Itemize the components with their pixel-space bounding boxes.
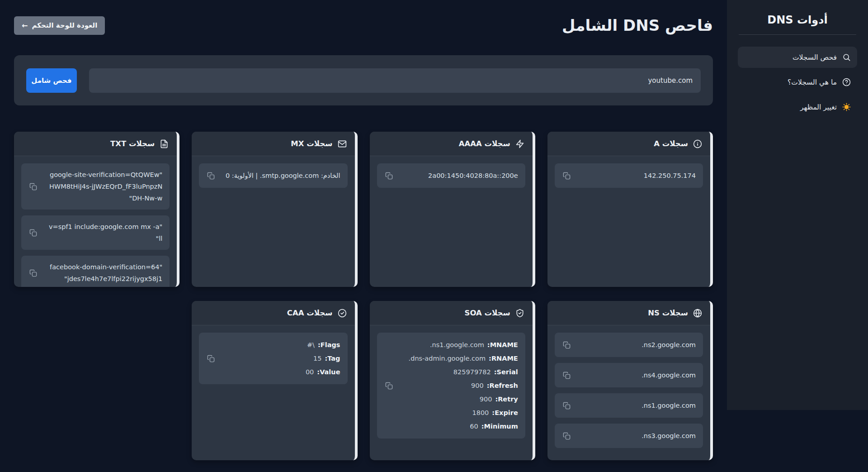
card-soa-records: سجلات SOA MNAME:ns1.google.com. RNAME:dn… bbox=[370, 301, 535, 460]
full-scan-button[interactable]: فحص شامل bbox=[26, 68, 77, 93]
card-body: 2a00:1450:4028:80a::200e bbox=[370, 156, 533, 195]
card-body: MNAME:ns1.google.com. RNAME:dns-admin.go… bbox=[370, 325, 533, 446]
sidebar-title: أدوات DNS bbox=[738, 10, 857, 34]
card-header: سجلات AAAA bbox=[370, 132, 533, 156]
sidebar: أدوات DNS فحص السجلات ما هي السجلات؟ تغي… bbox=[727, 0, 868, 410]
arrow-left-icon: ← bbox=[22, 21, 28, 30]
copy-button[interactable] bbox=[562, 371, 571, 380]
field-value: 60 bbox=[470, 423, 478, 430]
sidebar-item-what-are-records[interactable]: ما هي السجلات؟ bbox=[738, 72, 857, 93]
back-button-label: العودة للوحة التحكم bbox=[32, 21, 97, 29]
back-to-dashboard-button[interactable]: العودة للوحة التحكم ← bbox=[14, 16, 105, 35]
record-row: ns4.google.com. bbox=[555, 363, 703, 387]
sidebar-item-label: فحص السجلات bbox=[793, 53, 837, 62]
copy-button[interactable] bbox=[206, 354, 216, 363]
sidebar-divider bbox=[739, 34, 856, 35]
app-root: أدوات DNS فحص السجلات ما هي السجلات؟ تغي… bbox=[0, 0, 868, 472]
card-title: سجلات CAA bbox=[287, 309, 333, 317]
caa-field-value: Value:00 bbox=[221, 365, 340, 379]
record-row: ns3.google.com. bbox=[555, 424, 703, 448]
card-body: "google-site-verification=QtQWEwHWM8tHiJ… bbox=[14, 156, 177, 287]
card-body: 142.250.75.174 bbox=[547, 156, 710, 195]
record-value: ns2.google.com. bbox=[642, 339, 696, 351]
record-value: "v=spf1 include:google.com mx -all" bbox=[48, 221, 162, 244]
card-mx-records: سجلات MX الخادم: smtp.google.com. | الأو… bbox=[192, 132, 357, 287]
globe-icon bbox=[693, 309, 702, 318]
caa-field-tag: Tag:15 bbox=[221, 352, 340, 365]
lightning-icon bbox=[515, 139, 524, 148]
record-value: ns1.google.com. bbox=[642, 400, 696, 411]
sidebar-item-label: تغيير المظهر bbox=[800, 103, 837, 111]
search-icon bbox=[842, 53, 851, 62]
copy-button[interactable] bbox=[562, 401, 571, 410]
field-label: MNAME: bbox=[487, 341, 518, 348]
card-header: سجلات CAA bbox=[192, 301, 354, 325]
card-txt-records: سجلات TXT "google-site-verification=QtQW… bbox=[14, 132, 179, 287]
card-title: سجلات TXT bbox=[110, 139, 155, 148]
soa-field-list: MNAME:ns1.google.com. RNAME:dns-admin.go… bbox=[399, 338, 518, 433]
main-content: فاحص DNS الشامل العودة للوحة التحكم ← فح… bbox=[0, 0, 727, 472]
record-row: "v=spf1 include:google.com mx -all" bbox=[21, 215, 170, 250]
copy-button[interactable] bbox=[28, 228, 38, 238]
domain-input[interactable] bbox=[89, 68, 701, 93]
record-value: الخادم: smtp.google.com. | الأولوية: 0 bbox=[226, 170, 340, 181]
card-body: الخادم: smtp.google.com. | الأولوية: 0 bbox=[192, 156, 354, 195]
check-circle-icon bbox=[338, 309, 347, 318]
field-label: Expire: bbox=[492, 409, 518, 416]
copy-button[interactable] bbox=[562, 431, 571, 441]
soa-record-block: MNAME:ns1.google.com. RNAME:dns-admin.go… bbox=[377, 333, 525, 439]
field-label: Serial: bbox=[494, 368, 518, 376]
record-row: الخادم: smtp.google.com. | الأولوية: 0 bbox=[199, 163, 347, 188]
topbar: فاحص DNS الشامل العودة للوحة التحكم ← bbox=[14, 13, 713, 38]
soa-field-rname: RNAME:dns-admin.google.com. bbox=[399, 352, 518, 365]
card-title: سجلات SOA bbox=[465, 309, 510, 317]
card-header: سجلات NS bbox=[547, 301, 710, 325]
shield-check-icon bbox=[515, 309, 524, 318]
card-header: سجلات MX bbox=[192, 132, 354, 156]
field-value: 900 bbox=[471, 382, 484, 389]
field-label: Tag: bbox=[325, 355, 340, 362]
info-icon bbox=[693, 139, 702, 148]
record-row: 2a00:1450:4028:80a::200e bbox=[377, 163, 525, 188]
sidebar-item-label: ما هي السجلات؟ bbox=[788, 78, 837, 86]
field-value: 00 bbox=[306, 368, 314, 376]
copy-button[interactable] bbox=[206, 171, 216, 181]
field-value: 900 bbox=[480, 396, 492, 403]
record-row: ns2.google.com. bbox=[555, 333, 703, 357]
copy-button[interactable] bbox=[384, 171, 394, 181]
copy-button[interactable] bbox=[562, 340, 571, 350]
card-header: سجلات A bbox=[547, 132, 710, 156]
sidebar-item-change-theme[interactable]: تغيير المظهر bbox=[738, 96, 857, 118]
record-value: 142.250.75.174 bbox=[644, 170, 696, 181]
help-circle-icon bbox=[842, 78, 851, 86]
field-label: Retry: bbox=[495, 396, 518, 403]
mail-icon bbox=[338, 139, 347, 148]
card-title: سجلات NS bbox=[648, 309, 688, 317]
record-row: 142.250.75.174 bbox=[555, 163, 703, 188]
copy-button[interactable] bbox=[562, 171, 571, 181]
copy-button[interactable] bbox=[28, 268, 38, 278]
search-panel: فحص شامل bbox=[14, 55, 713, 105]
record-value: ns4.google.com. bbox=[642, 369, 696, 381]
soa-field-mname: MNAME:ns1.google.com. bbox=[399, 338, 518, 352]
field-label: RNAME: bbox=[489, 355, 518, 362]
field-label: Value: bbox=[317, 368, 340, 376]
field-value: 825979782 bbox=[453, 368, 491, 376]
field-value: \# bbox=[307, 341, 315, 348]
caa-field-flags: Flags:\# bbox=[221, 338, 340, 352]
copy-button[interactable] bbox=[384, 381, 394, 391]
card-caa-records: سجلات CAA Flags:\# Tag:15 Value:00 bbox=[192, 301, 357, 460]
record-value: "facebook-domain-verification=64jdes7le4… bbox=[48, 261, 162, 285]
card-title: سجلات A bbox=[654, 139, 688, 148]
card-header: سجلات TXT bbox=[14, 132, 177, 156]
records-grid: سجلات A 142.250.75.174 bbox=[14, 132, 713, 460]
field-value: 1800 bbox=[472, 409, 489, 416]
card-title: سجلات MX bbox=[291, 139, 332, 148]
sidebar-item-check-records[interactable]: فحص السجلات bbox=[738, 47, 857, 68]
copy-button[interactable] bbox=[28, 182, 38, 191]
record-row: ns1.google.com. bbox=[555, 393, 703, 418]
field-label: Refresh: bbox=[487, 382, 518, 389]
record-row: "facebook-domain-verification=64jdes7le4… bbox=[21, 256, 170, 287]
page-title: فاحص DNS الشامل bbox=[562, 16, 713, 34]
card-aaaa-records: سجلات AAAA 2a00:1450:4028:80a::200e bbox=[370, 132, 535, 287]
